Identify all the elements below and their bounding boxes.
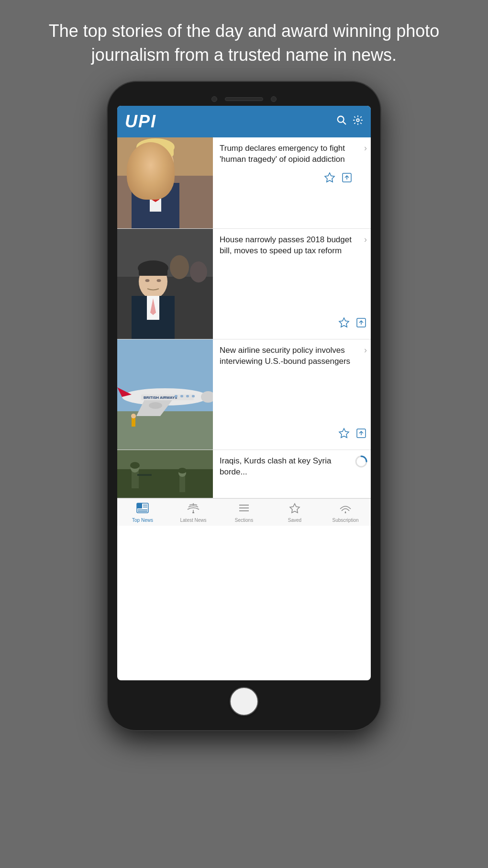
tagline-text: The top stories of the day and award win… bbox=[38, 19, 450, 68]
news-content-1: › Trump declares emergency to fight 'hum… bbox=[213, 137, 371, 228]
news-thumb-4 bbox=[117, 450, 213, 498]
phone-screen: UPI bbox=[117, 106, 371, 680]
news-thumb-3: BRITISH AIRWAYS bbox=[117, 339, 213, 450]
svg-rect-54 bbox=[137, 474, 152, 476]
header-icons bbox=[336, 115, 363, 128]
chevron-right-3: › bbox=[364, 345, 367, 355]
svg-point-45 bbox=[131, 414, 136, 418]
camera-dot bbox=[211, 96, 217, 102]
svg-rect-60 bbox=[137, 503, 142, 508]
news-item-4[interactable]: Iraqis, Kurds clash at key Syria borde..… bbox=[117, 450, 371, 498]
svg-point-11 bbox=[147, 160, 152, 163]
tab-latest-news-label: Latest News bbox=[180, 518, 206, 523]
phone-top-bar bbox=[117, 91, 371, 106]
bookmark-icon-3[interactable] bbox=[338, 428, 350, 442]
svg-point-67 bbox=[192, 512, 194, 513]
tab-top-news[interactable]: Top News bbox=[117, 499, 168, 526]
trump-image bbox=[117, 137, 213, 228]
svg-marker-13 bbox=[325, 173, 334, 182]
news-content-2: › House narrowly passes 2018 budget bill… bbox=[213, 229, 371, 339]
svg-point-73 bbox=[345, 512, 346, 513]
news-actions-3 bbox=[213, 425, 371, 446]
svg-line-1 bbox=[343, 122, 345, 124]
iraqis-image bbox=[117, 450, 213, 498]
top-news-icon bbox=[136, 503, 149, 516]
svg-text:BRITISH AIRWAYS: BRITISH AIRWAYS bbox=[144, 395, 177, 400]
tab-saved[interactable]: Saved bbox=[269, 499, 320, 526]
news-content-4: Iraqis, Kurds clash at key Syria borde..… bbox=[213, 450, 371, 498]
svg-rect-42 bbox=[186, 395, 189, 397]
ryan-image bbox=[117, 229, 213, 339]
svg-rect-40 bbox=[175, 395, 177, 397]
saved-icon bbox=[288, 503, 301, 516]
share-icon-3[interactable] bbox=[355, 428, 367, 442]
svg-rect-22 bbox=[139, 267, 167, 276]
airways-image: BRITISH AIRWAYS bbox=[117, 339, 213, 450]
svg-rect-43 bbox=[192, 395, 195, 397]
svg-point-19 bbox=[190, 261, 207, 282]
chevron-right-2: › bbox=[364, 235, 367, 245]
news-title-1: Trump declares emergency to fight 'human… bbox=[220, 143, 356, 165]
news-thumb-2 bbox=[117, 229, 213, 339]
tab-subscription-label: Subscription bbox=[332, 518, 358, 523]
svg-point-2 bbox=[356, 119, 359, 122]
svg-marker-71 bbox=[290, 504, 299, 513]
sections-icon bbox=[238, 503, 250, 516]
tab-subscription[interactable]: Subscription bbox=[320, 499, 371, 526]
chevron-right-1: › bbox=[364, 143, 367, 153]
news-title-2: House narrowly passes 2018 budget bill, … bbox=[220, 235, 356, 257]
svg-marker-46 bbox=[339, 428, 349, 438]
svg-point-27 bbox=[157, 279, 161, 282]
news-thumb-1 bbox=[117, 137, 213, 228]
latest-news-icon bbox=[187, 503, 200, 516]
svg-point-18 bbox=[170, 255, 189, 279]
news-actions-1 bbox=[220, 169, 356, 190]
svg-point-39 bbox=[149, 402, 162, 409]
phone-bottom-bar bbox=[117, 680, 371, 721]
svg-point-12 bbox=[159, 160, 164, 163]
svg-rect-9 bbox=[150, 183, 161, 212]
svg-marker-28 bbox=[339, 318, 349, 327]
subscription-icon bbox=[339, 503, 352, 516]
tagline-area: The top stories of the day and award win… bbox=[0, 0, 488, 82]
bookmark-icon-2[interactable] bbox=[338, 317, 350, 331]
tab-latest-news[interactable]: Latest News bbox=[168, 499, 219, 526]
svg-point-57 bbox=[178, 468, 187, 473]
settings-icon[interactable] bbox=[353, 115, 363, 128]
svg-rect-41 bbox=[180, 395, 183, 397]
bookmark-icon-1[interactable] bbox=[324, 172, 335, 186]
svg-point-53 bbox=[130, 462, 140, 469]
share-icon-1[interactable] bbox=[341, 172, 353, 186]
share-icon-2[interactable] bbox=[355, 317, 367, 331]
tab-bar: Top News Latest News bbox=[117, 498, 371, 526]
news-item-2[interactable]: › House narrowly passes 2018 budget bill… bbox=[117, 229, 371, 339]
tab-top-news-label: Top News bbox=[132, 518, 153, 523]
news-title-3: New airline security policy involves int… bbox=[220, 345, 356, 367]
news-item-1[interactable]: › Trump declares emergency to fight 'hum… bbox=[117, 137, 371, 229]
tab-sections[interactable]: Sections bbox=[219, 499, 269, 526]
tab-sections-label: Sections bbox=[235, 518, 253, 523]
news-item-3[interactable]: BRITISH AIRWAYS › Ne bbox=[117, 339, 371, 450]
svg-point-26 bbox=[145, 279, 150, 282]
loading-indicator bbox=[355, 455, 368, 468]
sensor-dot bbox=[271, 96, 277, 102]
search-icon[interactable] bbox=[336, 115, 347, 128]
tab-saved-label: Saved bbox=[288, 518, 301, 523]
svg-marker-10 bbox=[152, 185, 159, 202]
speaker-bar bbox=[225, 97, 263, 101]
news-content-3: › New airline security policy involves i… bbox=[213, 339, 371, 450]
home-button[interactable] bbox=[230, 687, 258, 716]
upi-header: UPI bbox=[117, 106, 371, 137]
upi-logo: UPI bbox=[125, 112, 156, 132]
svg-rect-7 bbox=[137, 145, 174, 157]
phone-mockup: UPI bbox=[108, 82, 380, 730]
news-actions-2 bbox=[213, 314, 371, 335]
news-title-4: Iraqis, Kurds clash at key Syria borde..… bbox=[220, 456, 352, 478]
